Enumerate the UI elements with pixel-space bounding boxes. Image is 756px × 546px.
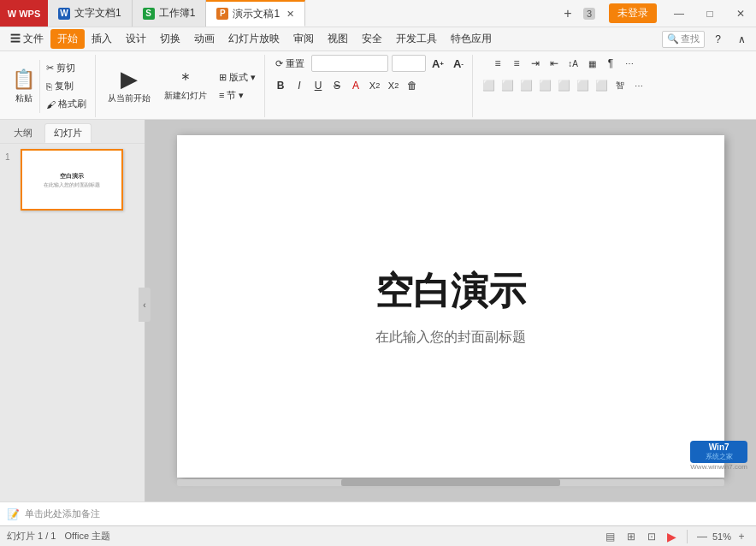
layout-icon: ⊞: [219, 72, 227, 83]
zoom-plus-button[interactable]: +: [734, 529, 749, 544]
menu-devtools[interactable]: 开发工具: [389, 29, 444, 49]
new-slide-button[interactable]: ＊ 新建幻灯片: [159, 62, 212, 110]
layout-button[interactable]: ⊞ 版式 ▾: [216, 68, 259, 86]
italic-button[interactable]: I: [291, 77, 308, 94]
search-box[interactable]: 🔍 查找: [662, 31, 705, 48]
list-bullet-button[interactable]: ≡: [489, 55, 506, 72]
tab-list: W 文字文档1 S 工作簿1 P 演示文稿1 ✕: [48, 0, 549, 27]
theme-label: Office 主题: [64, 530, 110, 543]
menu-security[interactable]: 安全: [355, 29, 389, 49]
font-group-content: ⟳ 重置 0 A+ A- B I U S A X2 X2: [272, 55, 467, 117]
paragraph-settings-button[interactable]: ¶: [602, 55, 619, 72]
slide-number-1: 1: [5, 152, 17, 162]
tab-icon-ppt: P: [216, 8, 228, 20]
maximize-button[interactable]: □: [694, 0, 725, 27]
align-right-button[interactable]: ⬜: [517, 77, 535, 94]
tab-sheet1[interactable]: S 工作簿1: [133, 0, 207, 27]
column-button[interactable]: ▦: [583, 55, 600, 72]
menu-switch[interactable]: 切换: [153, 29, 187, 49]
subscript-button[interactable]: X2: [366, 77, 383, 94]
underline-button[interactable]: U: [310, 77, 327, 94]
menu-insert[interactable]: 插入: [85, 29, 119, 49]
menu-review[interactable]: 审阅: [286, 29, 321, 49]
reading-view-button[interactable]: ⊡: [644, 529, 659, 544]
tab-slides[interactable]: 幻灯片: [44, 123, 92, 143]
more-align-button[interactable]: ⋯: [630, 77, 647, 94]
align-bottom-button[interactable]: ⬜: [593, 77, 610, 94]
menu-file[interactable]: ☰ 文件: [3, 29, 50, 49]
list-number-button[interactable]: ≡: [508, 55, 525, 72]
tab-outline[interactable]: 大纲: [5, 124, 41, 142]
indent-increase-button[interactable]: ⇥: [527, 55, 544, 72]
font-name-input[interactable]: [311, 55, 388, 72]
align-top-button[interactable]: ⬜: [555, 77, 572, 94]
copy-button[interactable]: ⎘ 复制: [43, 78, 90, 95]
slide-main-title: 空白演示: [375, 266, 526, 317]
cut-icon: ✂: [46, 62, 54, 74]
bold-button[interactable]: B: [272, 77, 289, 94]
align-left-button[interactable]: ⬜: [480, 77, 497, 94]
side-panel-collapse-button[interactable]: ‹: [139, 288, 151, 322]
ribbon: 📋 粘贴 ✂ 剪切 ⎘ 复制 🖌: [0, 51, 756, 120]
new-slide-label: 新建幻灯片: [164, 90, 207, 102]
cut-button[interactable]: ✂ 剪切: [43, 60, 90, 77]
reset-font-button[interactable]: ⟳ 重置: [272, 55, 308, 72]
minimize-button[interactable]: —: [664, 0, 694, 27]
layout-label: 版式: [229, 71, 248, 84]
layout-arrow: ▾: [251, 72, 256, 83]
indent-decrease-button[interactable]: ⇤: [546, 55, 563, 72]
list-item[interactable]: 1 空白演示 在此输入您的封面副标题: [5, 149, 139, 211]
grid-view-button[interactable]: ⊞: [623, 529, 639, 544]
section-button[interactable]: ≡ 节 ▾: [216, 86, 259, 104]
tab-close-icon[interactable]: ✕: [286, 9, 294, 19]
slide-thumbnail-1[interactable]: 空白演示 在此输入您的封面副标题: [21, 149, 123, 211]
notes-bar[interactable]: 📝 单击此处添加备注: [0, 501, 756, 525]
paste-label: 粘贴: [15, 92, 32, 104]
thumb-title-1: 空白演示: [60, 172, 84, 181]
slideshow-button[interactable]: ▶: [664, 529, 680, 544]
more-paragraph-button[interactable]: ⋯: [621, 55, 638, 72]
clipboard-group-content: 📋 粘贴 ✂ 剪切 ⎘ 复制 🖌: [9, 55, 90, 117]
search-icon: 🔍: [667, 33, 679, 45]
paste-button[interactable]: 📋 粘贴: [9, 64, 38, 109]
font-group: ⟳ 重置 0 A+ A- B I U S A X2 X2: [267, 55, 473, 117]
search-label: 查找: [681, 33, 700, 45]
login-button[interactable]: 未登录: [609, 3, 657, 23]
menu-view[interactable]: 视图: [321, 29, 355, 49]
format-painter-label: 格式刷: [58, 98, 86, 110]
align-center-button[interactable]: ⬜: [499, 77, 516, 94]
start-slideshow-button[interactable]: ▶ 从当前开始: [103, 62, 156, 110]
align-justify-button[interactable]: ⬜: [536, 77, 553, 94]
menu-design[interactable]: 设计: [119, 29, 153, 49]
decrease-font-button[interactable]: A-: [450, 55, 467, 72]
ribbon-collapse-button[interactable]: ∧: [731, 31, 753, 48]
menu-features[interactable]: 特色应用: [444, 29, 499, 49]
tab-ppt1[interactable]: P 演示文稿1 ✕: [206, 0, 305, 27]
menu-slideshow[interactable]: 幻灯片放映: [221, 29, 286, 49]
normal-view-button[interactable]: ▤: [603, 529, 618, 544]
canvas-area: 空白演示 在此输入您的封面副标题: [145, 120, 756, 501]
wps-logo[interactable]: W WPS: [0, 0, 48, 27]
new-tab-button[interactable]: +: [556, 2, 580, 26]
help-button[interactable]: ?: [708, 31, 728, 48]
text-direction-button[interactable]: ↕A: [564, 55, 582, 72]
zoom-minus-button[interactable]: —: [694, 529, 710, 544]
strikethrough-button[interactable]: S: [328, 77, 346, 94]
superscript-button[interactable]: X2: [385, 77, 402, 94]
align-middle-button[interactable]: ⬜: [574, 77, 591, 94]
format-painter-button[interactable]: 🖌 格式刷: [43, 96, 90, 113]
menu-start[interactable]: 开始: [50, 29, 85, 49]
close-button[interactable]: ✕: [725, 0, 756, 27]
smartart-button[interactable]: 智: [611, 77, 629, 94]
increase-font-button[interactable]: A+: [429, 55, 446, 72]
window-controls: — □ ✕: [664, 0, 756, 27]
clear-format-button[interactable]: 🗑: [404, 77, 421, 94]
tab-doc1[interactable]: W 文字文档1: [48, 0, 133, 27]
font-size-input[interactable]: 0: [392, 55, 426, 72]
slide-sub-title: 在此输入您的封面副标题: [375, 329, 526, 347]
paragraph-group: ≡ ≡ ⇥ ⇤ ↕A ▦ ¶ ⋯ ⬜ ⬜ ⬜ ⬜ ⬜ ⬜ ⬜ 智: [475, 55, 653, 117]
slide-canvas[interactable]: 空白演示 在此输入您的封面副标题: [177, 135, 724, 478]
menu-search-area: 🔍 查找 ? ∧: [662, 31, 753, 48]
menu-animation[interactable]: 动画: [187, 29, 221, 49]
font-color-button[interactable]: A: [347, 77, 364, 94]
